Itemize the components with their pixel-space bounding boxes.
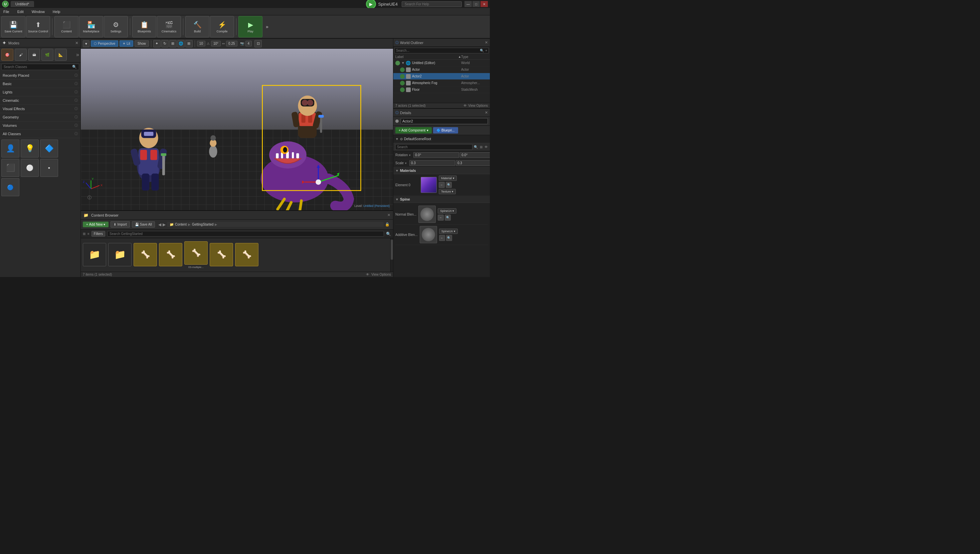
toolbar-save-current[interactable]: 💾 Save Current xyxy=(2,16,25,37)
scale-x[interactable] xyxy=(410,160,455,166)
cb-view-options[interactable]: 👁 View Options xyxy=(366,273,391,276)
asset-thumb-1[interactable]: 👤 xyxy=(2,140,19,158)
cb-asset-anim3[interactable]: 🦴 03-multiple... xyxy=(184,241,208,269)
toolbar-cinematics[interactable]: 🎬 Cinematics xyxy=(157,16,181,37)
geometry-info[interactable]: ⓘ xyxy=(75,115,78,119)
category-recently-placed[interactable]: Recently Placed ⓘ xyxy=(0,72,80,80)
menu-edit[interactable]: Edit xyxy=(16,9,25,14)
vp-grid-icon[interactable]: ⚠ xyxy=(207,42,210,45)
rotation-arrow[interactable]: ▾ xyxy=(409,153,411,157)
materials-section-header[interactable]: ▼ Materials xyxy=(394,167,490,174)
material-thumbnail[interactable] xyxy=(421,177,437,193)
cinematic-info[interactable]: ⓘ xyxy=(75,98,78,103)
outliner-view-options[interactable]: 👁 View Options xyxy=(464,104,488,107)
vp-world-btn[interactable]: 🌐 xyxy=(177,40,185,48)
cb-asset-folder1[interactable]: 📁 xyxy=(83,243,106,267)
details-search-input[interactable] xyxy=(395,144,472,150)
cb-forward-btn[interactable]: ▶ xyxy=(163,222,166,227)
recently-placed-info[interactable]: ⓘ xyxy=(75,73,78,78)
viewport-menu-btn[interactable]: ▾ xyxy=(83,40,89,47)
category-geometry[interactable]: Geometry ⓘ xyxy=(0,113,80,121)
material-dropdown[interactable]: Material ▾ xyxy=(439,175,457,181)
cb-add-new-btn[interactable]: + Add New ▾ xyxy=(83,221,108,227)
scale-arrow[interactable]: ▾ xyxy=(405,162,407,165)
actor-name-input[interactable] xyxy=(401,118,488,124)
category-lights[interactable]: Lights ⓘ xyxy=(0,88,80,96)
viewport-scene[interactable]: X Y Z ⓘ Level: Untitled (Persistent) xyxy=(81,49,393,210)
cb-scrollbar-thumb[interactable] xyxy=(390,240,393,259)
cb-asset-anim4[interactable]: 🦴 xyxy=(210,243,233,267)
material-search-btn[interactable]: 🔍 xyxy=(446,182,452,188)
mode-paint[interactable]: 🖌 xyxy=(15,49,27,61)
rotation-x[interactable] xyxy=(413,152,459,158)
perspective-btn[interactable]: ⬡ Perspective xyxy=(91,40,118,47)
cb-asset-anim2[interactable]: 🦴 xyxy=(159,243,182,267)
vp-translate-btn[interactable]: ✦ xyxy=(153,40,161,48)
cb-asset-anim5[interactable]: 🦴 xyxy=(235,243,258,267)
additive-blend-thumb[interactable] xyxy=(420,226,437,243)
category-volumes[interactable]: Volumes ⓘ xyxy=(0,121,80,130)
asset-thumb-5[interactable]: ⚪ xyxy=(21,159,39,177)
all-classes-info[interactable]: ⓘ xyxy=(75,132,78,136)
cb-search-icon[interactable]: 🔍 xyxy=(386,232,391,236)
cb-scrollbar[interactable] xyxy=(390,238,393,272)
vp-snap2-icon[interactable]: ↭ xyxy=(222,42,225,45)
toolbar-compile[interactable]: ⚡ Compile xyxy=(210,16,234,37)
outliner-item-actor2[interactable]: Actor2 Actor xyxy=(394,73,490,80)
visual-effects-info[interactable]: ⓘ xyxy=(75,107,78,111)
scale-y[interactable] xyxy=(456,160,490,166)
additive-blend-dropdown[interactable]: SpineUn ▾ xyxy=(439,229,458,234)
details-search-icon[interactable]: 🔍 xyxy=(474,145,478,149)
modes-expand[interactable]: » xyxy=(76,49,79,61)
cb-back-btn[interactable]: ◀ xyxy=(158,222,161,227)
spine-section-header[interactable]: ▼ Spine xyxy=(394,196,490,203)
toolbar-build[interactable]: 🔨 Build xyxy=(185,16,209,37)
details-grid-btn[interactable]: ⊞ xyxy=(480,145,483,149)
toolbar-blueprints[interactable]: 📋 Blueprints xyxy=(132,16,156,37)
vp-angle-value[interactable]: 10° xyxy=(211,41,221,46)
show-btn[interactable]: Show xyxy=(135,40,149,47)
maximize-button[interactable]: □ xyxy=(472,1,480,7)
vp-rotate-btn[interactable]: ↻ xyxy=(161,40,169,48)
outliner-search-input[interactable] xyxy=(396,49,480,53)
cb-save-all-btn[interactable]: 💾 Save All xyxy=(132,221,155,228)
texture-dropdown[interactable]: Texture ▾ xyxy=(439,189,456,194)
lit-btn[interactable]: ☀ Lit xyxy=(120,40,133,47)
asset-thumb-6[interactable]: ▪ xyxy=(40,159,58,177)
normal-blend-back[interactable]: ← xyxy=(438,215,444,221)
normal-blend-search[interactable]: 🔍 xyxy=(445,215,451,221)
lights-info[interactable]: ⓘ xyxy=(75,90,78,94)
cb-asset-folder2[interactable]: 📁 xyxy=(108,243,132,267)
search-classes-input[interactable] xyxy=(4,65,72,69)
additive-blend-search[interactable]: 🔍 xyxy=(446,235,452,241)
toolbar-play[interactable]: ▶ Play xyxy=(238,16,263,37)
mode-foliage[interactable]: 🌿 xyxy=(41,49,53,61)
normal-blend-thumb[interactable] xyxy=(418,205,436,223)
asset-thumb-4[interactable]: ⬛ xyxy=(2,159,19,177)
vp-grid-value[interactable]: 10 xyxy=(197,41,206,46)
basic-info[interactable]: ⓘ xyxy=(75,81,78,86)
component-root-item[interactable]: ▼ ⊙ DefaultSceneRoot xyxy=(395,137,488,142)
add-component-btn[interactable]: + Add Component ▾ xyxy=(395,127,432,134)
cb-path-root[interactable]: Content xyxy=(175,223,186,226)
vp-scale-value[interactable]: 0.25 xyxy=(226,41,237,46)
toolbar-settings[interactable]: ⚙ Settings xyxy=(104,16,128,37)
vp-camera-speed[interactable]: 4 xyxy=(245,41,252,46)
additive-blend-back[interactable]: ← xyxy=(439,235,445,241)
rotation-y[interactable] xyxy=(460,152,490,158)
close-button[interactable]: ✕ xyxy=(480,1,488,7)
cb-asset-anim1[interactable]: 🦴 xyxy=(134,243,157,267)
toolbar-more-btn[interactable]: » xyxy=(263,23,271,31)
minimize-button[interactable]: — xyxy=(464,1,472,7)
toolbar-source-control[interactable]: ⬆ Source Control xyxy=(26,16,50,37)
content-browser-close[interactable]: ✕ xyxy=(387,213,390,217)
outliner-item-world[interactable]: ▼ 🌐 Untitled (Editor) World xyxy=(394,60,490,67)
details-eye-btn[interactable]: 👁 xyxy=(484,145,488,149)
outliner-item-actor[interactable]: Actor Actor xyxy=(394,67,490,73)
asset-thumb-3[interactable]: 🔷 xyxy=(40,140,58,158)
vp-camera-icon[interactable]: 📷 xyxy=(240,42,244,45)
category-basic[interactable]: Basic ⓘ xyxy=(0,80,80,88)
material-back-btn[interactable]: ← xyxy=(439,182,445,188)
help-search-input[interactable] xyxy=(402,2,462,7)
toolbar-content[interactable]: ⬛ Content xyxy=(54,16,78,37)
